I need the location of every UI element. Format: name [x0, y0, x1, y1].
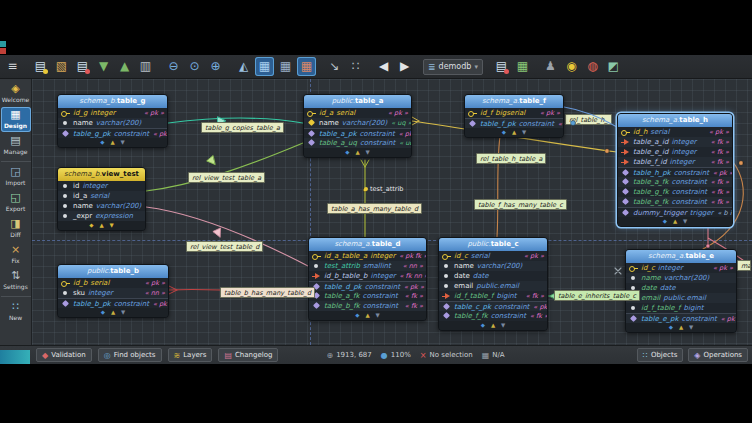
- column-row[interactable]: emailpublic.email: [439, 281, 547, 291]
- database-selector[interactable]: ≣demodb▾: [423, 59, 483, 75]
- save-model-button[interactable]: ▤: [73, 57, 92, 76]
- column-row[interactable]: idinteger: [58, 181, 145, 191]
- column-row[interactable]: table_e_idinteger« fk »: [618, 147, 732, 157]
- sidebar-item-new[interactable]: ∷New: [1, 296, 31, 324]
- entity-table_a[interactable]: public.table_aid_aserial« pk »namevarcha…: [303, 94, 412, 158]
- collapse-icon[interactable]: ◆: [502, 128, 506, 137]
- entity-header[interactable]: schema_a.table_f: [465, 95, 563, 108]
- column-row[interactable]: id_ginteger« pk »: [58, 108, 167, 118]
- zoom-original-button[interactable]: ⊙: [185, 57, 204, 76]
- column-row[interactable]: table_g_pkconstraint« pk »: [58, 128, 167, 138]
- column-row[interactable]: id_cserial« pk »: [439, 251, 547, 261]
- hide-attributes-icon[interactable]: ▼: [522, 128, 526, 137]
- column-row[interactable]: table_b_pkconstraint« pk »: [58, 298, 168, 308]
- show-attributes-icon[interactable]: ▲: [111, 308, 115, 317]
- relationship-label[interactable]: table_f_has_many_table_c: [474, 199, 567, 210]
- sidebar-item-import[interactable]: ◲Import: [1, 161, 31, 189]
- column-row[interactable]: table_h_pkconstraint« pk »: [618, 167, 732, 177]
- column-row[interactable]: namevarchar(200): [58, 118, 167, 128]
- entity-table_d[interactable]: schema_a.table_did_a_table_ainteger« pk …: [308, 237, 427, 321]
- column-row[interactable]: test_attribsmallint« nn »: [309, 261, 426, 271]
- page-delimiters-button[interactable]: ▦: [276, 57, 295, 76]
- column-row[interactable]: table_a_fkconstraint« fk »: [618, 177, 732, 187]
- column-row[interactable]: table_e_pkconstraint« pk »: [626, 313, 736, 323]
- hide-attributes-icon[interactable]: ▼: [501, 321, 505, 330]
- close-model-button[interactable]: ▤: [492, 57, 511, 76]
- entity-header[interactable]: schema_b.view_test: [58, 168, 145, 181]
- plugins-button[interactable]: ◩: [604, 57, 623, 76]
- entity-header[interactable]: schema_a.table_d: [309, 238, 426, 251]
- objects-button[interactable]: ∷Objects: [637, 348, 684, 362]
- column-row[interactable]: id_hserial« pk »: [618, 127, 732, 137]
- column-row[interactable]: table_c_pkconstraint« pk »: [439, 301, 547, 311]
- relationship-label[interactable]: table_g_copies_table_a: [201, 122, 284, 133]
- model-canvas[interactable]: schema_b.table_gid_ginteger« pk »namevar…: [32, 79, 752, 345]
- entity-header[interactable]: schema_a.table_h: [618, 114, 732, 127]
- collapse-icon[interactable]: ◆: [89, 221, 93, 230]
- column-row[interactable]: id_b_table_binteger« fk nn »: [309, 271, 426, 281]
- support-button[interactable]: ◍: [583, 57, 602, 76]
- relationship-label[interactable]: rel_view_test_table_d: [186, 241, 263, 252]
- column-row[interactable]: namevarchar(200): [58, 201, 145, 211]
- column-row[interactable]: table_a_idinteger« fk »: [618, 137, 732, 147]
- entity-table_c[interactable]: public.table_cid_cserial« pk »namevarcha…: [438, 237, 548, 331]
- sidebar-item-manage[interactable]: ▤Manage: [1, 133, 31, 158]
- sidebar-item-diff[interactable]: ◨Diff: [1, 216, 31, 241]
- column-row[interactable]: id_aserial: [58, 191, 145, 201]
- sidebar-item-fix[interactable]: ×Fix: [1, 242, 31, 267]
- column-row[interactable]: table_d_pkconstraint« pk »: [309, 281, 426, 291]
- zoom-out-button[interactable]: ⊖: [164, 57, 183, 76]
- hide-attributes-icon[interactable]: ▼: [689, 323, 693, 332]
- column-row[interactable]: id_bserial« pk »: [58, 278, 168, 288]
- relationship-label[interactable]: rel_table_h_: [565, 114, 612, 125]
- sidebar-item-settings[interactable]: ⇅Settings: [1, 268, 31, 293]
- column-row[interactable]: _exprexpression: [58, 211, 145, 221]
- show-attributes-icon[interactable]: ▲: [673, 217, 677, 226]
- rel-table_h-table_e-connector-dot[interactable]: [739, 161, 743, 165]
- next-page-button[interactable]: ▶: [395, 57, 414, 76]
- column-row[interactable]: namevarchar(200)« uq »: [304, 118, 411, 128]
- entity-header[interactable]: public.table_c: [439, 238, 547, 251]
- sidebar-item-export[interactable]: ◱Export: [1, 190, 31, 215]
- collapse-icon[interactable]: ◆: [669, 323, 673, 332]
- rel-table_f-has-many-table_c[interactable]: [497, 136, 500, 237]
- column-row[interactable]: table_a_uqconstraint« uq »: [304, 138, 411, 148]
- column-row[interactable]: emailpublic.email: [626, 293, 736, 303]
- find-objects-button[interactable]: ◎Find objects: [98, 348, 162, 362]
- column-row[interactable]: table_f_idinteger« fk »: [618, 157, 732, 167]
- show-attributes-icon[interactable]: ▲: [99, 221, 103, 230]
- layers-button[interactable]: ≋Layers: [168, 348, 213, 362]
- entity-view_test[interactable]: schema_b.view_testidintegerid_aserialnam…: [57, 167, 146, 231]
- column-row[interactable]: id_a_table_ainteger« pk fk »: [309, 251, 426, 261]
- changelog-button[interactable]: ▤Changelog: [218, 348, 278, 362]
- show-attributes-icon[interactable]: ▲: [679, 323, 683, 332]
- hide-attributes-icon[interactable]: ▼: [121, 308, 125, 317]
- column-row[interactable]: skuinteger« nn »: [58, 288, 168, 298]
- relationship-label[interactable]: rel_view_test_table_a: [188, 172, 265, 183]
- new-model-button[interactable]: ▤: [31, 57, 50, 76]
- entity-header[interactable]: schema_a.table_e: [626, 250, 736, 263]
- column-row[interactable]: namevarchar(200): [626, 273, 736, 283]
- open-model-button[interactable]: ▧: [52, 57, 71, 76]
- main-menu-button[interactable]: ≡: [3, 57, 22, 76]
- attribute-label[interactable]: test_attrib: [364, 185, 403, 193]
- column-row[interactable]: datedate: [626, 283, 736, 293]
- collapse-icon[interactable]: ◆: [101, 308, 105, 317]
- show-attributes-icon[interactable]: ▲: [365, 311, 369, 320]
- column-row[interactable]: table_a_pkconstraint« pk »: [304, 128, 411, 138]
- show-attributes-icon[interactable]: ▲: [355, 148, 359, 157]
- collapse-icon[interactable]: ◆: [355, 311, 359, 320]
- column-row[interactable]: datedate: [439, 271, 547, 281]
- object-mover-button[interactable]: ∷: [346, 57, 365, 76]
- column-row[interactable]: namevarchar(200): [439, 261, 547, 271]
- operations-button[interactable]: ◈Operations: [688, 348, 748, 362]
- rel-view_test-table_d[interactable]: [146, 207, 308, 266]
- relationship-label[interactable]: table_b_has_many_table_d: [220, 287, 315, 298]
- relationship-label[interactable]: table_e_inherits_table_c: [554, 290, 640, 301]
- collapse-icon[interactable]: ◆: [481, 321, 485, 330]
- validation-button[interactable]: ◆Validation: [36, 348, 92, 362]
- relationship-label[interactable]: man: [737, 260, 751, 271]
- previous-page-button[interactable]: ◀: [374, 57, 393, 76]
- column-row[interactable]: table_g_fkconstraint« fk »: [618, 187, 732, 197]
- collapse-icon[interactable]: ◆: [100, 138, 104, 147]
